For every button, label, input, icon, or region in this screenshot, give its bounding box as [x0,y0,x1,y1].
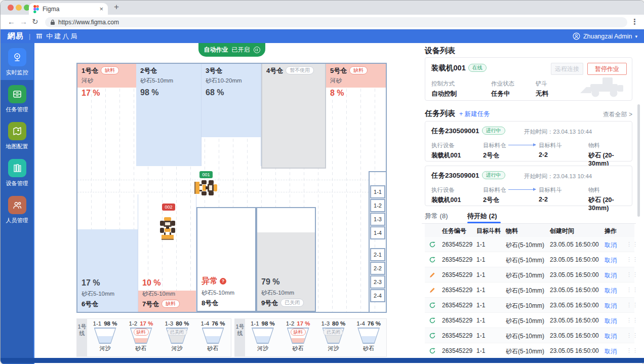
table-row: 2635452291-1砂石(5-10mm)23.05.05 16:50:00 … [425,267,634,282]
lock-icon [50,19,55,25]
brand-divider: | [29,33,30,40]
forward-icon[interactable]: → [20,17,27,26]
browser-tab-figma[interactable]: Figma × [29,3,108,15]
address-bar[interactable]: https://www.figma.com [45,17,627,27]
device-list-title: 设备列表 [425,46,455,56]
line-name: 1号线 [77,319,87,356]
cancel-link[interactable]: 取消 [605,271,617,280]
drag-handle-icon[interactable]: ⋮⋮ [626,347,638,354]
auto-operation-banner[interactable]: 自动作业 已开启 [198,43,265,57]
auto-task-icon [429,332,436,341]
loader-001-label: 001 [199,171,213,178]
drag-handle-icon[interactable]: ⋮⋮ [626,332,638,339]
webcam-icon [8,48,26,66]
table-row: 2635452291-1砂石(5-10mm)23.05.05 16:50:00 … [425,298,634,313]
cancel-link[interactable]: 取消 [605,287,617,295]
flow-arrow-icon [508,189,536,190]
drag-handle-icon[interactable]: ⋮⋮ [626,241,638,248]
remote-connect-button[interactable]: 远程连接 [551,63,583,75]
sidebar-item-task-management[interactable]: 任务管理 [1,80,33,117]
hopper-cup: 缺料 [287,328,309,344]
status-badge: 缺料 [134,329,149,336]
cancel-link[interactable]: 取消 [605,241,617,250]
table-header: 任务编号 目标斗料 物料 创建时间 操作 [425,224,634,237]
bin-5: 5号仓缺料 河砂 8 % [326,64,386,114]
drag-handle-icon[interactable]: ⋮⋮ [626,271,638,278]
bin-8: 异常? 砂石5-10mm 8号仓 [196,207,256,312]
table-row: 2635452291-1砂石(5-10mm)23.05.05 16:50:00 … [425,328,634,343]
tab-title: Figma [43,6,99,13]
browser-tabstrip: Figma × + [1,1,644,15]
cancel-link[interactable]: 取消 [605,347,617,356]
tab-pending[interactable]: 待开始 (2) [467,212,497,221]
hopper-cup [94,328,116,344]
reload-icon[interactable]: ↻ [32,17,38,26]
sidebar-item-map-config[interactable]: 地图配置 [1,117,33,154]
table-row: 2635452291-1砂石(5-10mm)23.05.05 16:50:00 … [425,343,634,358]
cancel-link[interactable]: 取消 [605,302,617,310]
drag-handle-icon[interactable]: ⋮⋮ [626,287,638,293]
dock-2-3: 2-3 [370,275,385,289]
status-badge: 已关闭 [324,329,343,336]
drag-handle-icon[interactable]: ⋮⋮ [626,302,638,308]
drag-handle-icon[interactable]: ⋮⋮ [626,256,638,263]
cancel-link[interactable]: 取消 [605,332,617,341]
sidebar-nav: 实时监控 任务管理 地图配置 设备管理 [1,43,34,364]
panel-scrollbar[interactable] [637,104,640,217]
bin-1: 1号仓缺料 河砂 17 % [77,64,136,114]
sidebar-item-personnel-management[interactable]: 人员管理 [1,191,33,228]
chevron-down-icon: ▾ [635,34,637,39]
people-icon [8,196,26,214]
hopper-cup: 缺料 [130,328,152,344]
browser-menu-icon[interactable]: ⋮ [631,17,638,26]
dock-2-1: 2-1 [370,248,385,261]
guide-line [77,180,369,180]
url-text: https://www.figma.com [58,19,119,26]
sidebar-item-label: 人员管理 [6,217,28,224]
in-progress-badge: 进行中 [482,171,505,179]
pause-icon[interactable] [254,47,260,53]
flow-arrow-icon [508,145,536,145]
sidebar-item-device-management[interactable]: 设备管理 [1,154,33,191]
auto-task-icon [429,317,436,326]
table-row: 2635452291-1砂石(5-10mm)23.05.05 16:50:00 … [425,282,634,298]
close-window-button[interactable] [8,5,14,11]
status-badge: 已关闭 [280,299,304,307]
hopper-cup: 已关闭 [166,328,188,344]
drag-handle-icon[interactable]: ⋮⋮ [626,317,638,323]
hopper-cup [252,328,274,344]
dock-1-3: 1-3 [370,213,385,226]
bin-7: 10 % 砂石5-10mm 7号仓缺料 [138,194,196,312]
new-task-link[interactable]: + 新建任务 [459,110,490,118]
tab-close-icon[interactable]: × [99,5,103,13]
view-all-link[interactable]: 查看全部 > [583,110,632,119]
bin-3: 3号仓 砂石10-20mm 68 % [202,64,261,166]
new-tab-button[interactable]: + [114,2,119,12]
online-badge: 在线 [468,64,487,72]
hopper-cell: 1-476 % 砂石 [351,319,386,356]
dock-2-2: 2-2 [370,262,385,275]
sidebar-item-realtime-monitor[interactable]: 实时监控 [1,43,33,80]
user-avatar-icon [573,32,580,40]
pause-operation-button[interactable]: 暂停作业 [587,63,627,75]
status-badge: 已关闭 [167,329,187,336]
hopper-cell: 1-217 % 缺料 砂石 [280,319,316,356]
cancel-link[interactable]: 取消 [605,317,617,326]
minimize-window-button[interactable] [16,5,22,11]
tab-exceptions[interactable]: 异常 (8) [425,212,448,221]
cancel-link[interactable]: 取消 [605,256,617,265]
status-badge: 暂不使用 [286,66,314,74]
bin-9: 79 % 砂石5-10mm 9号仓已关闭 [256,207,316,312]
manual-task-icon [429,271,436,280]
user-menu[interactable]: Zhuangzai Admin ▾ [573,32,637,40]
hopper-cell: 1-380 % 已关闭 河沙 [159,319,195,356]
line-panel-1: 1号线 1-198 % 河沙 1-217 % 缺料 砂石 1-380 % 已关闭… [76,318,231,357]
table-row: 2635452291-1砂石(5-10mm)23.05.05 16:50:00 … [425,252,634,267]
auto-operation-title: 自动作业 [204,46,228,54]
brand-logo: 網易 [8,31,24,41]
hopper-cell: 1-476 % 砂石 [195,319,231,356]
back-icon[interactable]: ← [8,17,15,26]
status-badge: 缺料 [101,66,119,74]
pending-task-table: 任务编号 目标斗料 物料 创建时间 操作 2635452291-1砂石(5-10… [425,224,634,358]
hopper-cell: 1-198 % 河沙 [245,319,280,356]
